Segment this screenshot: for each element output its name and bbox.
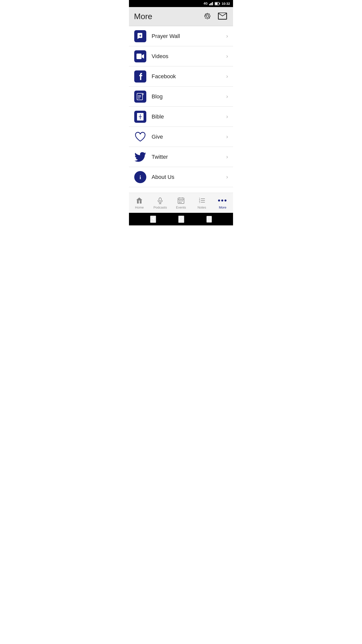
back-button[interactable]: [150, 216, 156, 223]
videos-icon-container: [134, 50, 147, 63]
header-actions: [202, 11, 228, 22]
svg-rect-3: [212, 2, 213, 5]
svg-text:i: i: [140, 174, 141, 180]
home-icon: [135, 196, 143, 205]
podcasts-icon: [156, 196, 164, 205]
bible-icon: [134, 111, 146, 123]
videos-label: Videos: [152, 53, 226, 60]
bible-label: Bible: [152, 113, 226, 120]
facebook-icon-container: [134, 70, 147, 83]
status-bar: 4G 10:32: [129, 0, 233, 7]
give-label: Give: [152, 134, 226, 140]
twitter-chevron: ›: [226, 154, 228, 160]
svg-rect-28: [182, 200, 183, 201]
svg-rect-29: [179, 202, 180, 203]
home-nav-label: Home: [135, 206, 144, 209]
time-display: 10:32: [222, 2, 230, 6]
bible-icon-container: [134, 110, 147, 123]
menu-item-facebook[interactable]: Facebook ›: [129, 66, 233, 87]
envelope-icon: [218, 13, 227, 20]
svg-rect-0: [209, 4, 210, 5]
more-nav-icon: •••: [219, 196, 227, 205]
battery-icon: [215, 2, 220, 5]
nav-events[interactable]: Events: [171, 193, 192, 213]
menu-item-blog[interactable]: Blog ›: [129, 87, 233, 107]
page-header: More: [129, 7, 233, 26]
blog-icon-container: [134, 90, 147, 103]
svg-rect-30: [180, 202, 182, 203]
system-navigation-bar: [129, 213, 233, 225]
menu-item-give[interactable]: Give ›: [129, 127, 233, 147]
gear-icon: [203, 12, 211, 20]
svg-point-38: [179, 217, 183, 221]
twitter-bird-icon: [134, 151, 146, 163]
recents-button[interactable]: [206, 216, 212, 223]
settings-button[interactable]: [202, 11, 212, 22]
events-icon: [177, 196, 185, 205]
videos-chevron: ›: [226, 53, 228, 60]
svg-marker-37: [152, 217, 154, 221]
menu-item-about-us[interactable]: i About Us ›: [129, 167, 233, 187]
blog-chevron: ›: [226, 93, 228, 100]
twitter-label: Twitter: [152, 154, 226, 160]
about-us-chevron: ›: [226, 174, 228, 180]
facebook-chevron: ›: [226, 73, 228, 80]
give-icon-container: [134, 131, 147, 143]
more-nav-label: More: [219, 206, 227, 209]
svg-point-19: [159, 198, 161, 201]
about-icon-container: i: [134, 171, 147, 183]
svg-rect-26: [179, 200, 180, 201]
nav-podcasts[interactable]: Podcasts: [150, 193, 171, 213]
menu-item-videos[interactable]: Videos ›: [129, 46, 233, 66]
svg-rect-5: [219, 3, 220, 4]
prayer-icon: [134, 30, 146, 42]
network-indicator: 4G: [204, 2, 208, 5]
svg-text:3: 3: [199, 201, 200, 204]
signal-icon: [209, 2, 213, 5]
prayer-wall-icon-container: [134, 30, 147, 43]
blog-icon: [134, 91, 146, 103]
notes-icon: 1 2 3: [198, 196, 206, 205]
svg-rect-39: [207, 217, 211, 221]
home-button[interactable]: [178, 216, 184, 223]
prayer-wall-chevron: ›: [226, 33, 228, 39]
nav-more[interactable]: ••• More: [212, 193, 233, 213]
prayer-wall-label: Prayer Wall: [152, 33, 226, 39]
svg-rect-10: [137, 54, 142, 59]
podcasts-nav-label: Podcasts: [153, 206, 167, 209]
svg-rect-2: [211, 3, 212, 5]
svg-rect-1: [210, 3, 211, 5]
about-us-label: About Us: [152, 174, 226, 180]
bottom-navigation: Home Podcasts: [129, 193, 233, 213]
give-chevron: ›: [226, 134, 228, 140]
nav-home[interactable]: Home: [129, 193, 150, 213]
info-icon: i: [134, 171, 146, 183]
facebook-icon: [134, 70, 146, 83]
nav-notes[interactable]: 1 2 3 Notes: [191, 193, 212, 213]
menu-list: Prayer Wall › Videos › Facebook ›: [129, 26, 233, 190]
notes-nav-label: Notes: [198, 206, 206, 209]
svg-rect-27: [180, 200, 182, 201]
blog-label: Blog: [152, 93, 226, 100]
menu-item-prayer-wall[interactable]: Prayer Wall ›: [129, 26, 233, 46]
video-icon: [134, 50, 146, 62]
give-heart-icon: [134, 131, 146, 143]
events-nav-label: Events: [176, 206, 186, 209]
menu-item-bible[interactable]: Bible ›: [129, 107, 233, 127]
menu-item-twitter[interactable]: Twitter ›: [129, 147, 233, 167]
messages-button[interactable]: [217, 12, 228, 21]
bible-chevron: ›: [226, 113, 228, 120]
page-title: More: [134, 12, 152, 21]
svg-rect-6: [215, 3, 217, 5]
twitter-icon-container: [134, 151, 147, 163]
facebook-label: Facebook: [152, 73, 226, 80]
